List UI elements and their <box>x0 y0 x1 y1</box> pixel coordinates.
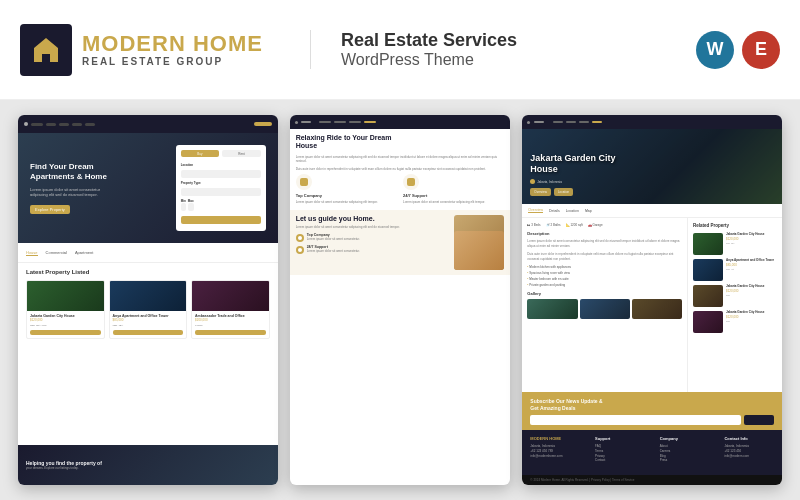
related-info-2: Anya Apartment and Office Tower $85,000 … <box>726 259 777 270</box>
prop-gallery: Gallery <box>527 291 682 319</box>
related-info-1: Jakarta Garden City House $120,000 3BR 2… <box>726 233 777 244</box>
left-nav-bar <box>18 115 278 133</box>
prop-desc-title: Description <box>527 231 682 236</box>
gallery-item-3 <box>632 299 682 319</box>
related-tags-3: 3BR <box>726 294 777 296</box>
related-img-1 <box>693 233 723 255</box>
form-tab-buy[interactable]: Buy <box>197 152 202 156</box>
mid-nav-link-1[interactable] <box>319 121 331 123</box>
prop-hero-title: Jakarta Garden CityHouse <box>530 153 615 175</box>
mid-nav <box>290 115 511 129</box>
prop-tab-map[interactable]: Map <box>585 209 592 213</box>
tab-house[interactable]: House <box>26 250 38 256</box>
listing-btn-2[interactable] <box>113 330 184 335</box>
listing-price-3: $200,000 <box>195 318 266 322</box>
nav-line-5 <box>85 123 95 126</box>
logo-main: MODERN HOME <box>82 32 263 56</box>
prop-nav-link-1[interactable] <box>553 121 563 123</box>
mid-col-icon-2 <box>403 174 419 190</box>
listing-tags-2: 2BR 1BA <box>113 324 184 327</box>
form-min-input[interactable] <box>181 203 186 211</box>
hero-desc: Lorem ipsum dolor sit amet consecteturad… <box>30 187 168 198</box>
mid-banner-desc: your dreams. Explore our listings today. <box>26 466 102 470</box>
mid-relaxing-title: Relaxing Ride to Your DreamHouse <box>296 134 505 151</box>
guide-dot-2 <box>296 246 304 254</box>
listing-img-3 <box>192 281 269 311</box>
related-list: Jakarta Garden City House $120,000 3BR 2… <box>693 233 777 333</box>
subscribe-input[interactable] <box>530 415 741 425</box>
nav-line-4 <box>72 123 82 126</box>
guide-para: Lorem ipsum dolor sit amet consectetur a… <box>296 225 450 230</box>
footer-bottom: © 2024 Modern Home. All Rights Reserved.… <box>522 475 782 485</box>
mid-nav-link-3[interactable] <box>349 121 361 123</box>
mid-col-para-1: Lorem ipsum dolor sit amet consectetur a… <box>296 200 397 205</box>
prop-stats: 🛏 3 Beds 🚿 2 Baths 📐 1200 sqft 🚗 Garage <box>527 223 682 227</box>
mid-nav-cta[interactable] <box>364 121 376 123</box>
form-max-input[interactable] <box>188 203 194 211</box>
footer-support-link-4[interactable]: Contact <box>595 458 645 463</box>
prop-feature-3: Master bedroom with en-suite <box>527 277 682 281</box>
tab-apartment[interactable]: Apartment <box>75 250 93 255</box>
related-img-4 <box>693 311 723 333</box>
prop-hero-btn-1[interactable]: Overview <box>530 188 551 196</box>
mid-col-para-2: Lorem ipsum dolor sit amet consectetur a… <box>403 200 504 205</box>
footer-col-support: Support FAQ Terms Privacy Contact <box>595 436 645 469</box>
form-min-label: Min <box>181 199 186 203</box>
nav-line-1 <box>31 123 43 126</box>
prop-location: Jakarta, Indonesia <box>537 180 562 184</box>
mid-col-1: Top Company Lorem ipsum dolor sit amet c… <box>296 174 397 205</box>
prop-desc-text: Lorem ipsum dolor sit amet consectetur a… <box>527 239 682 248</box>
logo-icon <box>20 24 72 76</box>
listing-price-1: $120,000 <box>30 318 101 322</box>
prop-nav-logo <box>534 121 544 123</box>
prop-body: 🛏 3 Beds 🚿 2 Baths 📐 1200 sqft 🚗 Garage … <box>522 218 782 392</box>
header: MODERN HOME REAL ESTATE GROUP Real Estat… <box>0 0 800 100</box>
related-tags-2: 2BR Apt <box>726 268 777 270</box>
wordpress-badge: W <box>696 31 734 69</box>
mid-nav-link-2[interactable] <box>334 121 346 123</box>
prop-subscribe-banner: Subscribe Our News Update &Get Amazing D… <box>522 392 782 430</box>
mid-relaxing-para1: Lorem ipsum dolor sit amet consectetur a… <box>296 155 505 164</box>
prop-nav-cta[interactable] <box>592 121 602 123</box>
related-price-4: $120,000 <box>726 315 777 319</box>
guide-img-inner <box>454 231 504 270</box>
footer-company-link-4[interactable]: Press <box>660 458 710 463</box>
related-item-1: Jakarta Garden City House $120,000 3BR 2… <box>693 233 777 255</box>
gallery-grid <box>527 299 682 319</box>
prop-tab-location[interactable]: Location <box>566 209 579 213</box>
listing-btn-1[interactable] <box>30 330 101 335</box>
form-location-input[interactable] <box>181 170 261 178</box>
prop-tab-overview[interactable]: Overview <box>528 208 543 213</box>
mid-screenshot: Relaxing Ride to Your DreamHouse Lorem i… <box>290 115 511 485</box>
prop-nav-link-3[interactable] <box>579 121 589 123</box>
mid-relaxing-section: Relaxing Ride to Your DreamHouse Lorem i… <box>290 129 511 210</box>
header-title: Real Estate Services <box>341 30 517 51</box>
left-mid-banner: Helping you find the property of your dr… <box>18 445 278 485</box>
listing-btn-3[interactable] <box>195 330 266 335</box>
listing-info-2: Anya Apartment and Office Tower $85,000 … <box>110 311 187 338</box>
prop-nav-link-2[interactable] <box>566 121 576 123</box>
left-screenshot-card: Find Your DreamApartments & Home Lorem i… <box>18 115 278 485</box>
footer-support-title: Support <box>595 436 645 441</box>
tab-commercial[interactable]: Commercial <box>46 250 67 255</box>
prop-stat-garage: 🚗 Garage <box>588 223 603 227</box>
prop-hero-btn-2[interactable]: Location <box>554 188 573 196</box>
form-type-input[interactable] <box>181 188 261 196</box>
nav-line-2 <box>46 123 56 126</box>
form-tab-rent[interactable]: Rent <box>238 152 244 156</box>
prop-nav <box>522 115 782 129</box>
mid-col-title-1: Top Company <box>296 193 397 198</box>
hero-cta-btn[interactable]: Explore Property <box>30 205 70 214</box>
guide-item-1: Top Company Lorem ipsum dolor sit amet c… <box>296 233 450 242</box>
form-search-btn[interactable] <box>181 216 261 224</box>
guide-image <box>454 215 504 270</box>
guide-item-text-1: Lorem ipsum dolor sit amet consectetur. <box>307 237 360 241</box>
related-img-3 <box>693 285 723 307</box>
prop-feature-2: Spacious living room with view <box>527 271 682 275</box>
form-type-label: Property Type <box>181 181 261 185</box>
footer-company-title: Company <box>660 436 710 441</box>
subscribe-btn[interactable] <box>744 415 774 425</box>
prop-tab-details[interactable]: Details <box>549 209 560 213</box>
related-img-2 <box>693 259 723 281</box>
related-price-1: $120,000 <box>726 237 777 241</box>
